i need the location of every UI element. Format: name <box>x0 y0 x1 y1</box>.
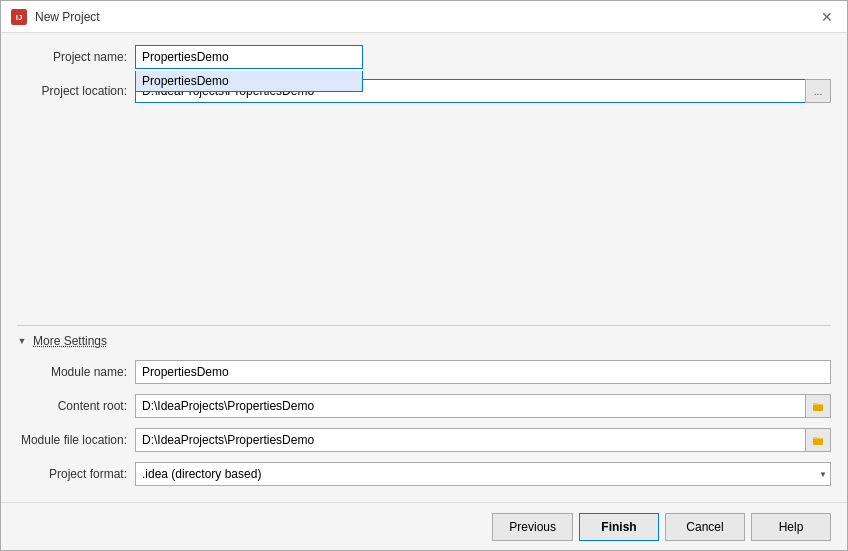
autocomplete-popup: PropertiesDemo <box>135 71 363 92</box>
content-area: Project name: PropertiesDemo Project loc… <box>1 33 847 502</box>
folder-icon-2 <box>812 434 824 446</box>
project-format-label: Project format: <box>17 467 127 481</box>
cancel-button[interactable]: Cancel <box>665 513 745 541</box>
content-root-row: Content root: <box>17 394 831 418</box>
project-name-input[interactable] <box>135 45 363 69</box>
content-root-input[interactable] <box>135 394 805 418</box>
dialog-title: New Project <box>35 10 100 24</box>
more-settings-header: ▼ More Settings <box>17 325 831 352</box>
project-location-label: Project location: <box>17 84 127 98</box>
module-name-row: Module name: <box>17 360 831 384</box>
app-icon: IJ <box>11 9 27 25</box>
module-name-label: Module name: <box>17 365 127 379</box>
content-root-field-wrapper <box>135 394 831 418</box>
module-file-location-label: Module file location: <box>17 433 127 447</box>
more-settings-label[interactable]: More Settings <box>33 334 107 348</box>
project-format-select-wrapper: .idea (directory based) .ipr (file based… <box>135 462 831 486</box>
new-project-dialog: IJ New Project ✕ Project name: Propertie… <box>0 0 848 551</box>
finish-button[interactable]: Finish <box>579 513 659 541</box>
content-root-browse-button[interactable] <box>805 394 831 418</box>
close-button[interactable]: ✕ <box>817 7 837 27</box>
project-name-label: Project name: <box>17 50 127 64</box>
project-name-row: Project name: PropertiesDemo <box>17 45 831 69</box>
module-file-input[interactable] <box>135 428 805 452</box>
more-settings-content: Module name: Content root: <box>17 360 831 490</box>
help-button[interactable]: Help <box>751 513 831 541</box>
autocomplete-item[interactable]: PropertiesDemo <box>136 71 362 91</box>
content-root-label: Content root: <box>17 399 127 413</box>
project-format-select[interactable]: .idea (directory based) .ipr (file based… <box>135 462 831 486</box>
svg-text:IJ: IJ <box>16 13 23 22</box>
more-settings-toggle-icon[interactable]: ▼ <box>17 336 27 346</box>
project-location-browse-button[interactable]: ... <box>805 79 831 103</box>
module-file-field-wrapper <box>135 428 831 452</box>
module-name-input[interactable] <box>135 360 831 384</box>
svg-rect-3 <box>813 438 823 445</box>
spacer <box>17 113 831 315</box>
svg-rect-2 <box>813 404 823 411</box>
module-file-location-row: Module file location: <box>17 428 831 452</box>
footer: Previous Finish Cancel Help <box>1 502 847 550</box>
folder-icon <box>812 400 824 412</box>
previous-button[interactable]: Previous <box>492 513 573 541</box>
title-bar: IJ New Project ✕ <box>1 1 847 33</box>
project-format-row: Project format: .idea (directory based) … <box>17 462 831 486</box>
more-settings-section: ▼ More Settings Module name: Content roo… <box>17 325 831 490</box>
title-bar-left: IJ New Project <box>11 9 100 25</box>
module-file-browse-button[interactable] <box>805 428 831 452</box>
